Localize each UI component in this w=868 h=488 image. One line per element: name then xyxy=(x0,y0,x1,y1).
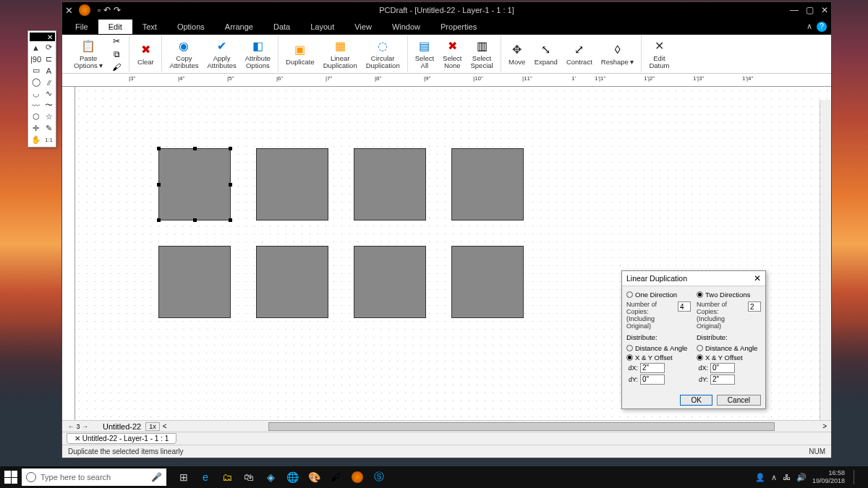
help-icon[interactable]: ? xyxy=(817,22,827,32)
qa-redo-icon[interactable]: ↷ xyxy=(114,5,121,15)
doc-tab[interactable]: Untitled-22 xyxy=(103,422,141,431)
tool-arc[interactable]: ◡ xyxy=(30,88,42,99)
layer-tab[interactable]: ✕ Untitled-22 - Layer-1 - 1 : 1 xyxy=(67,433,176,444)
select-none-button[interactable]: ✖ Select None xyxy=(440,37,464,72)
copy-icon[interactable]: ⧉ xyxy=(110,48,123,60)
rect-shape[interactable] xyxy=(256,246,328,318)
tool-star[interactable]: ☆ xyxy=(43,111,55,122)
dx-right-input[interactable] xyxy=(710,363,735,373)
menu-properties[interactable]: Properties xyxy=(430,20,487,34)
ok-button[interactable]: OK xyxy=(680,395,712,406)
copies-right-input[interactable] xyxy=(748,301,761,312)
duplicate-button[interactable]: ▣ Duplicate xyxy=(283,40,318,67)
rect-shape[interactable] xyxy=(451,246,524,318)
clear-button[interactable]: ✖ Clear xyxy=(134,40,157,67)
chrome-icon[interactable]: 🌐 xyxy=(285,470,299,484)
rect-shape[interactable] xyxy=(354,246,426,318)
rect-shape[interactable] xyxy=(158,246,231,318)
menu-edit[interactable]: Edit xyxy=(98,20,132,34)
skype-icon[interactable]: Ⓢ xyxy=(372,470,386,484)
rect-shape[interactable] xyxy=(256,148,328,221)
tool-parallel[interactable]: ⫽ xyxy=(43,77,55,87)
tool-marker[interactable]: ✛ xyxy=(30,123,42,134)
menu-arrange[interactable]: Arrange xyxy=(215,20,263,34)
network-icon[interactable]: 🖧 xyxy=(783,473,791,481)
cut-icon[interactable]: ✂ xyxy=(110,35,123,47)
menu-text[interactable]: Text xyxy=(132,20,167,34)
people-icon[interactable]: 👤 xyxy=(755,473,765,482)
scrollbar-horizontal[interactable]: ← 3 → Untitled-22 1x < > xyxy=(62,420,831,432)
contract-button[interactable]: ⤢ Contract xyxy=(563,40,595,67)
move-button[interactable]: ✥ Move xyxy=(506,40,529,67)
paint-icon[interactable]: 🎨 xyxy=(307,470,321,484)
clock[interactable]: 16:58 19/09/2018 xyxy=(812,469,845,485)
radio-two-directions[interactable]: Two Directions xyxy=(697,291,761,299)
reshape-button[interactable]: ◊ Reshape ▾ xyxy=(598,40,637,67)
edge-icon[interactable]: e xyxy=(198,470,213,484)
maximize-icon[interactable]: ▢ xyxy=(806,5,814,15)
paste-button[interactable]: 📋 Paste Options ▾ xyxy=(71,37,106,72)
dx-left-input[interactable] xyxy=(640,363,665,373)
tool-rotate[interactable]: ⟳ xyxy=(43,42,55,53)
select-all-button[interactable]: ▤ Select All xyxy=(412,37,437,72)
menu-window[interactable]: Window xyxy=(382,20,430,34)
task-view-icon[interactable]: ⊞ xyxy=(176,470,191,484)
menu-options[interactable]: Options xyxy=(167,20,215,34)
tool-spline[interactable]: 〜 xyxy=(43,100,55,111)
collapse-ribbon-icon[interactable]: ∧ xyxy=(807,22,812,31)
qa-save-icon[interactable]: ▫ xyxy=(98,5,101,15)
tool-curve[interactable]: 〰 xyxy=(30,100,42,111)
tool-angle[interactable]: |90 xyxy=(30,53,42,64)
palette-close[interactable]: ✕ xyxy=(30,33,55,41)
tool-polygon[interactable]: ⬡ xyxy=(30,111,42,122)
rect-shape[interactable] xyxy=(158,148,231,221)
mic-icon[interactable]: 🎤 xyxy=(151,472,162,482)
tray-chevron-icon[interactable]: ∧ xyxy=(771,473,777,482)
cancel-button[interactable]: Cancel xyxy=(717,395,761,406)
tool-text[interactable]: A xyxy=(43,65,55,76)
select-special-button[interactable]: ▥ Select Special xyxy=(467,37,495,72)
apply-attributes-button[interactable]: ✔ Apply Attributes xyxy=(205,37,239,72)
copies-left-input[interactable] xyxy=(678,301,691,312)
menu-view[interactable]: View xyxy=(344,20,382,34)
attribute-options-button[interactable]: ◧ Attribute Options xyxy=(242,37,273,72)
expand-button[interactable]: ⤡ Expand xyxy=(532,40,561,67)
start-button[interactable] xyxy=(4,471,17,484)
store-icon[interactable]: 🛍 xyxy=(242,470,256,484)
pcdraft-taskbar-icon[interactable] xyxy=(350,470,365,484)
linear-duplication-button[interactable]: ▦ Linear Duplication xyxy=(320,37,360,72)
format-painter-icon[interactable]: 🖌 xyxy=(110,61,123,73)
taskbar-search[interactable]: Type here to search 🎤 xyxy=(22,468,166,486)
tool-pointer[interactable]: ▲ xyxy=(30,42,42,53)
rect-shape[interactable] xyxy=(354,148,426,221)
tool-freehand[interactable]: ∿ xyxy=(43,88,55,99)
tool-ellipse[interactable]: ◯ xyxy=(30,77,42,87)
notifications-icon[interactable] xyxy=(854,470,864,484)
tool-zoom11[interactable]: 1:1 xyxy=(43,134,55,145)
radio-xy-offset-right[interactable]: X & Y Offset xyxy=(697,354,761,361)
zoom-indicator[interactable]: 1x xyxy=(145,422,160,431)
dy-left-input[interactable] xyxy=(640,374,665,385)
close-icon[interactable]: ✕ xyxy=(821,5,828,15)
tool-measure[interactable]: ⊏ xyxy=(43,53,55,64)
dy-right-input[interactable] xyxy=(710,374,735,385)
menu-file[interactable]: File xyxy=(65,20,98,34)
menu-data[interactable]: Data xyxy=(263,20,300,34)
rect-shape[interactable] xyxy=(451,148,524,221)
radio-distance-angle-left[interactable]: Distance & Angle xyxy=(626,344,691,352)
tool-rect[interactable]: ▭ xyxy=(30,65,42,76)
copy-attributes-button[interactable]: ◉ Copy Attributes xyxy=(166,37,201,72)
scrollbar-vertical[interactable] xyxy=(820,100,831,420)
qa-undo-icon[interactable]: ↶ xyxy=(103,5,111,15)
explorer-icon[interactable]: 🗂 xyxy=(220,470,234,484)
edit-datum-button[interactable]: ✕ Edit Datum xyxy=(646,37,672,72)
radio-xy-offset-left[interactable]: X & Y Offset xyxy=(626,354,691,361)
minimize-icon[interactable]: — xyxy=(790,5,799,15)
menu-layout[interactable]: Layout xyxy=(300,20,344,34)
paint2-icon[interactable]: 🖌 xyxy=(328,470,343,484)
radio-distance-angle-right[interactable]: Distance & Angle xyxy=(697,344,761,352)
tool-eyedropper[interactable]: ✎ xyxy=(43,123,55,134)
doc-close-icon[interactable]: ✕ xyxy=(65,5,73,16)
drawing-canvas[interactable]: Linear Duplication ✕ One Direction xyxy=(75,87,831,420)
app-icon[interactable]: ◈ xyxy=(263,470,278,484)
